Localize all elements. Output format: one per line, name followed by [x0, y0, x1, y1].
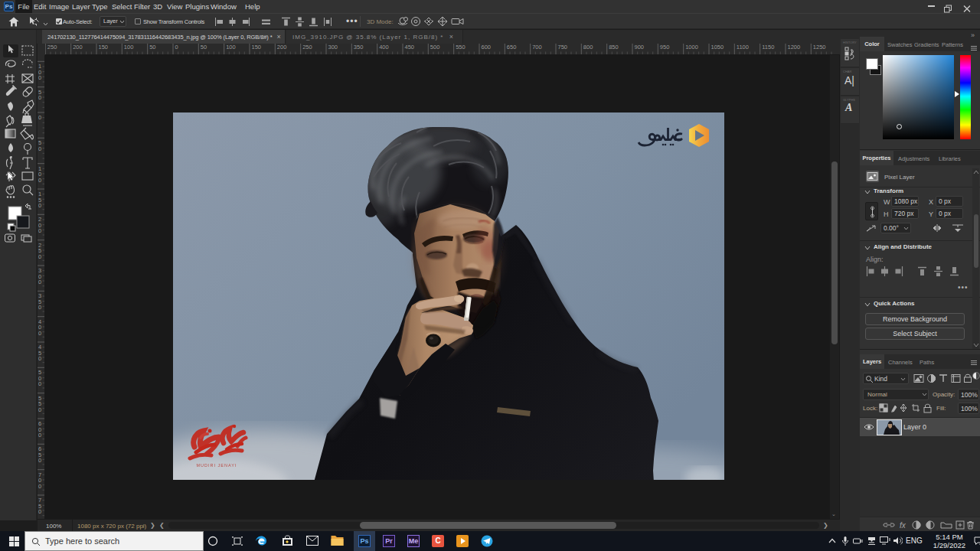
svg-text:1200: 1200 [788, 44, 801, 51]
svg-text:500: 500 [430, 44, 440, 51]
svg-text:800: 800 [583, 44, 593, 51]
svg-text:750: 750 [558, 44, 568, 51]
svg-text:1000: 1000 [685, 44, 698, 51]
svg-text:900: 900 [635, 44, 645, 51]
svg-text:0: 0 [38, 406, 41, 413]
svg-text:0: 0 [38, 380, 41, 387]
svg-text:400: 400 [379, 44, 389, 51]
svg-text:100: 100 [124, 44, 134, 51]
svg-text:0: 0 [38, 94, 41, 101]
svg-text:1050: 1050 [711, 44, 724, 51]
svg-text:0: 0 [38, 457, 41, 464]
svg-text:0: 0 [175, 44, 178, 51]
svg-text:0: 0 [38, 177, 41, 184]
svg-text:0: 0 [38, 253, 41, 260]
svg-text:150: 150 [252, 44, 262, 51]
svg-text:650: 650 [507, 44, 517, 51]
svg-text:700: 700 [532, 44, 542, 51]
svg-text:1100: 1100 [737, 44, 749, 51]
svg-text:0: 0 [38, 355, 41, 362]
svg-text:200: 200 [277, 44, 287, 51]
svg-text:450: 450 [405, 44, 415, 51]
svg-text:300: 300 [328, 44, 338, 51]
svg-text:0: 0 [38, 227, 41, 234]
svg-text:250: 250 [302, 44, 312, 51]
svg-text:850: 850 [609, 44, 619, 51]
svg-text:0: 0 [38, 279, 41, 285]
svg-text:550: 550 [456, 44, 466, 51]
svg-text:0: 0 [38, 304, 41, 311]
svg-text:0: 0 [38, 330, 41, 337]
svg-text:950: 950 [660, 44, 670, 51]
svg-text:0: 0 [38, 432, 41, 439]
svg-text:50: 50 [201, 44, 207, 51]
svg-text:100: 100 [226, 44, 236, 51]
svg-text:250: 250 [47, 44, 57, 51]
svg-text:1150: 1150 [762, 44, 774, 51]
svg-text:1250: 1250 [813, 44, 826, 51]
svg-text:fx: fx [900, 521, 906, 530]
svg-text:0: 0 [38, 202, 41, 209]
svg-text:MUDIRI JENAYI: MUDIRI JENAYI [197, 463, 237, 468]
svg-text:50: 50 [149, 44, 155, 51]
svg-text:200: 200 [73, 44, 83, 51]
svg-text:0: 0 [38, 483, 41, 490]
svg-text:0: 0 [38, 74, 41, 81]
svg-text:0: 0 [38, 145, 41, 152]
svg-text:0: 0 [38, 508, 41, 515]
svg-text:150: 150 [99, 44, 109, 51]
svg-text:600: 600 [482, 44, 492, 51]
svg-text:350: 350 [354, 44, 364, 51]
svg-text:0: 0 [38, 114, 41, 121]
